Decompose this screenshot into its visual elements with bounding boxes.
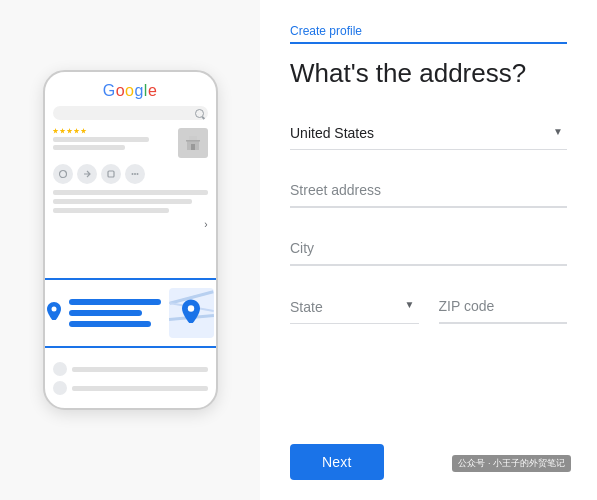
highlight-map-thumbnail [169, 288, 214, 338]
svg-rect-1 [189, 136, 197, 140]
svg-rect-2 [191, 144, 195, 150]
phone-action-icons [53, 164, 208, 184]
phone-search-bar [53, 106, 208, 120]
next-button-wrapper: Next [290, 428, 567, 480]
form-title: What's the address? [290, 58, 567, 89]
svg-point-4 [59, 171, 66, 178]
svg-rect-3 [186, 140, 200, 142]
zip-code-input[interactable] [439, 286, 568, 323]
highlight-text-lines [69, 299, 161, 327]
svg-rect-5 [108, 171, 114, 177]
step-indicator: Create profile [290, 24, 567, 44]
svg-point-6 [131, 173, 133, 175]
state-select-wrapper[interactable]: State ▼ [290, 286, 419, 324]
left-panel: Google [0, 0, 260, 500]
phone-business-card [53, 128, 208, 158]
city-field-wrap [290, 228, 567, 266]
svg-point-8 [136, 173, 138, 175]
next-button[interactable]: Next [290, 444, 384, 480]
svg-point-7 [134, 173, 136, 175]
state-select[interactable]: State [290, 287, 419, 323]
phone-highlight-card [45, 278, 216, 348]
country-select[interactable]: United States Canada United Kingdom Aust… [290, 113, 567, 149]
country-select-wrapper[interactable]: United States Canada United Kingdom Aust… [290, 113, 567, 150]
street-address-input[interactable] [290, 170, 567, 207]
svg-point-10 [188, 305, 194, 311]
phone-more-arrow: › [53, 219, 208, 230]
google-logo: Google [53, 82, 208, 100]
map-pin-icon [182, 299, 200, 328]
right-panel: Create profile What's the address? Unite… [260, 0, 597, 500]
city-input[interactable] [290, 228, 567, 265]
phone-mockup: Google [43, 70, 218, 410]
highlight-pin-icon [47, 302, 61, 324]
phone-search-icon [195, 109, 204, 118]
state-zip-row: State ▼ [290, 286, 567, 324]
street-address-field-wrap [290, 170, 567, 208]
phone-text-lines [53, 190, 208, 213]
phone-bottom-section [53, 362, 208, 400]
svg-point-9 [51, 307, 56, 312]
watermark: 公众号 · 小王子的外贸笔记 [452, 455, 571, 472]
zip-code-field-wrap [439, 286, 568, 324]
